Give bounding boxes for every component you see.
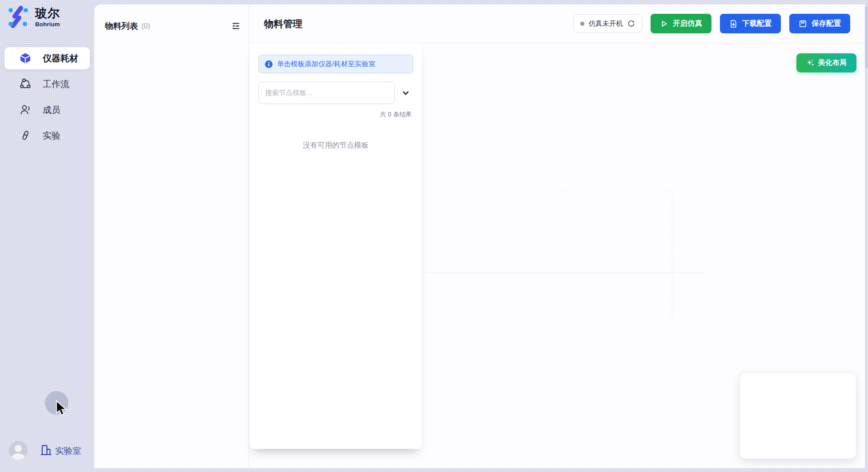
download-config-button[interactable]: 下载配置 — [720, 14, 781, 33]
collapse-panel-icon[interactable] — [231, 21, 241, 31]
material-list-title: 物料列表 — [105, 20, 138, 32]
material-list-header: 物料列表 (0) — [94, 4, 249, 32]
sidebar-item-members[interactable]: 成员 — [4, 99, 90, 121]
simulation-status-text: 仿真未开机 — [589, 19, 623, 28]
bohrium-logo-icon — [7, 6, 29, 28]
sidebar-item-label: 成员 — [43, 104, 60, 116]
simulation-status-pill[interactable]: 仿真未开机 — [573, 14, 643, 33]
brand-logo[interactable]: 玻尔 Bohrium — [7, 6, 60, 28]
brand-text: 玻尔 Bohrium — [35, 6, 60, 28]
sparkles-icon — [806, 59, 815, 67]
sidebar-item-label: 工作流 — [43, 78, 69, 90]
user-avatar[interactable] — [9, 441, 28, 460]
beautify-layout-button[interactable]: 美化布局 — [796, 53, 856, 72]
minimap-panel[interactable] — [739, 372, 856, 459]
avatar-body — [12, 453, 25, 460]
refresh-icon[interactable] — [627, 20, 635, 28]
info-icon — [265, 60, 273, 68]
node-template-panel: 单击模板添加仪器/耗材至实验室 共 0 条结果 没有可用的节点模板 — [249, 44, 422, 449]
hint-banner: 单击模板添加仪器/耗材至实验室 — [258, 55, 413, 73]
workflow-icon — [20, 78, 31, 90]
empty-template-message: 没有可用的节点模板 — [249, 140, 422, 150]
sidebar-item-instruments[interactable]: 仪器耗材 — [4, 47, 90, 69]
hint-banner-text: 单击模板添加仪器/耗材至实验室 — [277, 60, 375, 69]
page-scrollbar-thumb[interactable] — [865, 6, 868, 68]
download-config-label: 下载配置 — [742, 19, 772, 28]
page-title: 物料管理 — [264, 17, 302, 30]
brand-name: 玻尔 — [35, 7, 60, 20]
sidebar-item-workflow[interactable]: 工作流 — [4, 73, 90, 95]
cube-icon — [20, 52, 31, 64]
save-config-button[interactable]: 保存配置 — [789, 14, 850, 33]
search-row — [258, 82, 413, 104]
sidebar-footer-lab-link[interactable]: 实验室 — [55, 445, 81, 457]
start-simulation-button[interactable]: 开启仿真 — [651, 14, 711, 33]
header-actions: 仿真未开机 开启仿真 — [573, 14, 851, 33]
main-header: 物料管理 仿真未开机 开启仿真 — [249, 4, 865, 43]
sidebar-item-experiments[interactable]: 实验 — [4, 124, 90, 147]
file-download-icon — [729, 20, 738, 28]
beautify-layout-label: 美化布局 — [818, 58, 847, 68]
app-root: 玻尔 Bohrium 仪器耗材 工作流 — [0, 0, 868, 472]
canvas-guide-line — [422, 272, 704, 273]
content-card: 物料列表 (0) 物料管理 仿真未开机 — [94, 4, 865, 468]
play-icon — [660, 20, 668, 28]
material-list-count: (0) — [141, 22, 150, 30]
experiment-icon — [20, 130, 31, 141]
sidebar-item-label: 实验 — [43, 130, 60, 142]
canvas-guide-line — [422, 190, 672, 191]
sidebar-item-label: 仪器耗材 — [43, 52, 78, 64]
mouse-cursor — [56, 400, 68, 416]
results-count: 共 0 条结果 — [249, 111, 422, 119]
status-dot — [580, 22, 584, 26]
material-list-panel: 物料列表 (0) — [94, 4, 249, 468]
search-input[interactable] — [258, 82, 395, 104]
avatar-head — [15, 445, 22, 452]
members-icon — [20, 104, 31, 116]
chevron-down-icon[interactable] — [401, 88, 410, 98]
sidebar: 玻尔 Bohrium 仪器耗材 工作流 — [0, 0, 94, 472]
lab-building-icon[interactable] — [40, 444, 52, 456]
canvas-guide-line — [672, 191, 672, 321]
brand-subtitle: Bohrium — [35, 20, 60, 28]
start-simulation-label: 开启仿真 — [673, 19, 702, 28]
save-icon — [799, 20, 807, 28]
save-config-label: 保存配置 — [812, 19, 841, 28]
